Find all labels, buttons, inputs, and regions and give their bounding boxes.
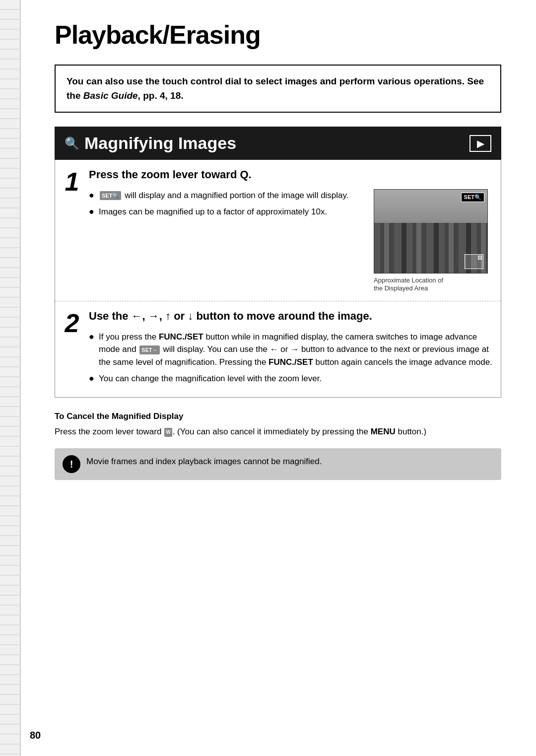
- func-set-label-2: FUNC./SET: [268, 357, 313, 367]
- main-content: Playback/Erasing You can also use the to…: [55, 20, 506, 480]
- steps-container: 1 Press the zoom lever toward Q. ● SET🔍: [55, 160, 501, 398]
- step-1-title-text-after: .: [249, 168, 252, 181]
- wide-angle-icon: W: [164, 428, 172, 437]
- set-arrow-badge: SET↔: [139, 345, 159, 355]
- bullet-dot-2: ●: [89, 206, 96, 218]
- playback-triangle-icon: ▶: [477, 137, 484, 149]
- bullet-dot-4: ●: [89, 372, 96, 385]
- menu-label: MENU: [371, 427, 396, 436]
- page-number: 80: [30, 730, 41, 741]
- magnify-section-header: 🔍 Magnifying Images ▶: [55, 127, 501, 160]
- cancel-body-text: Press the zoom lever toward W. (You can …: [55, 425, 501, 438]
- mini-map-overlay: [465, 254, 483, 269]
- step-2-bullet-1: ● If you press the FUNC./SET button whil…: [89, 331, 493, 369]
- step-1-bullet-2-text: Images can be magnified up to a factor o…: [99, 206, 327, 218]
- set-zoom-badge: SET🔍: [100, 191, 121, 201]
- info-text-after: , pp. 4, 18.: [138, 90, 184, 101]
- warning-icon: !: [63, 455, 80, 473]
- step-2-title-text: Use the ←, →, ↑: [89, 310, 174, 322]
- cancel-title: To Cancel the Magnified Display: [55, 410, 501, 423]
- section-header-title: Magnifying Images: [84, 134, 236, 153]
- image-caption: Approximate Location of the Displayed Ar…: [374, 276, 493, 293]
- set-badge-overlay: SET🔍: [461, 193, 484, 202]
- magnify-search-icon: 🔍: [65, 136, 79, 151]
- step-2-down-arrow: ↓ button to move around the image.: [185, 310, 372, 322]
- step-2-body: ● If you press the FUNC./SET button whil…: [89, 331, 493, 385]
- cancel-section: To Cancel the Magnified Display Press th…: [55, 410, 501, 438]
- step-1-bullet-2: ● Images can be magnified up to a factor…: [89, 206, 364, 218]
- step-2-bullet-2: ● You can change the magnification level…: [89, 372, 493, 385]
- step-2-content: Use the ←, →, ↑ or ↓ button to move arou…: [85, 301, 501, 397]
- step-2-or-text1: or: [174, 310, 185, 322]
- step-2: 2 Use the ←, →, ↑ or ↓ button to move ar…: [55, 301, 501, 397]
- step-2-number: 2: [65, 310, 79, 336]
- info-italic-text: Basic Guide: [83, 90, 138, 101]
- page-container: Playback/Erasing You can also use the to…: [0, 0, 536, 756]
- step-1-content: Press the zoom lever toward Q. ● SET🔍 wi…: [85, 160, 501, 301]
- mini-map-dot: [478, 256, 482, 260]
- step-2-bullet-1-text: If you press the FUNC./SET button while …: [99, 331, 493, 369]
- camera-preview-image: SET🔍: [374, 189, 488, 274]
- func-set-label-1: FUNC./SET: [159, 332, 203, 342]
- margin-lines: [0, 0, 21, 756]
- step-1-text-col: ● SET🔍 will display and a magnified port…: [89, 189, 364, 222]
- warning-text: Movie frames and index playback images c…: [86, 455, 322, 468]
- playback-icon-box: ▶: [469, 135, 491, 152]
- step-2-bullet-2-text: You can change the magnification level w…: [99, 372, 322, 385]
- bullet-dot-3: ●: [89, 331, 96, 343]
- step-1-title-symbol: Q: [240, 168, 248, 181]
- step-1-bullet-1: ● SET🔍 will display and a magnified port…: [89, 189, 364, 202]
- step-1-number-col: 1: [55, 160, 85, 301]
- step-2-number-col: 2: [55, 301, 85, 397]
- step-1-image-area: SET🔍 Approximate Location of the Display…: [374, 189, 493, 293]
- info-box: You can also use the touch control dial …: [55, 65, 501, 113]
- step-1-bullet-1-text: SET🔍 will display and a magnified portio…: [99, 189, 349, 202]
- step-2-title: Use the ←, →, ↑ or ↓ button to move arou…: [89, 309, 493, 324]
- section-header-title-group: 🔍 Magnifying Images: [65, 134, 236, 153]
- step-1-title-text-before: Press the zoom lever toward: [89, 168, 240, 181]
- page-title: Playback/Erasing: [55, 20, 501, 50]
- left-margin-decoration: [0, 0, 21, 756]
- step-1-number: 1: [65, 169, 79, 195]
- step-1-title: Press the zoom lever toward Q.: [89, 168, 493, 182]
- bullet-dot-1: ●: [89, 189, 96, 202]
- warning-box: ! Movie frames and index playback images…: [55, 448, 501, 480]
- step-1-body: ● SET🔍 will display and a magnified port…: [89, 189, 493, 293]
- step-1: 1 Press the zoom lever toward Q. ● SET🔍: [55, 160, 501, 301]
